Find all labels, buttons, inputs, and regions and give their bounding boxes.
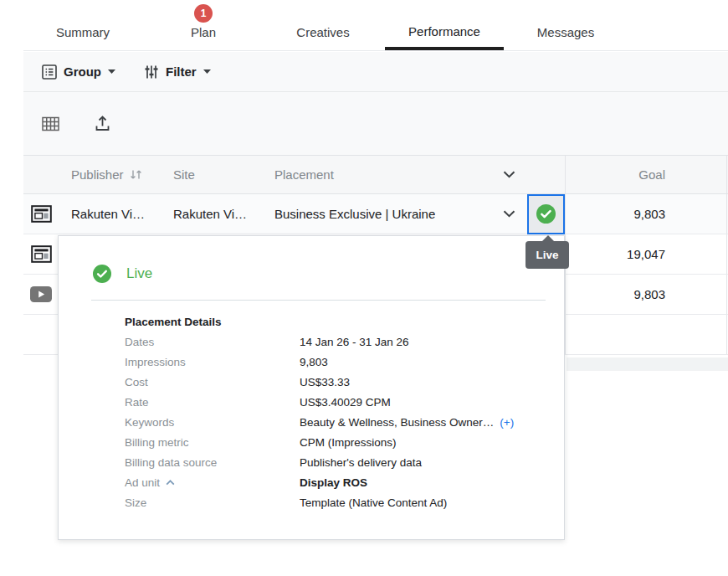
table-footer-strip <box>567 357 728 371</box>
detail-label: Billing metric <box>125 436 300 449</box>
tab-creatives[interactable]: Creatives <box>276 0 370 50</box>
placement-value: Business Exclusive | Ukraine <box>274 207 435 221</box>
detail-row-ad-unit: Ad unit Display ROS <box>59 472 564 492</box>
detail-value: US$3.40029 CPM <box>300 396 391 409</box>
detail-row-size: Size Template (Native Content Ad) <box>59 492 564 512</box>
detail-row-keywords: Keywords Beauty & Wellness, Business Own… <box>59 412 564 432</box>
tab-summary[interactable]: Summary <box>42 0 124 50</box>
detail-label: Billing data source <box>125 456 300 469</box>
tab-bar: Summary Plan 1 Creatives Performance Mes… <box>0 0 728 52</box>
publisher-cell: Rakuten Vi… <box>59 194 163 234</box>
goal-cell: 9,803 <box>565 194 726 234</box>
status-cell <box>527 194 565 234</box>
status-focused-cell[interactable] <box>527 194 565 234</box>
detail-label: Rate <box>125 396 300 409</box>
detail-row-dates: Dates 14 Jan 26 - 31 Jan 26 <box>59 332 564 352</box>
popover-section-title: Placement Details <box>125 316 222 328</box>
header-publisher[interactable]: Publisher <box>59 156 163 193</box>
detail-row-rate: Rate US$3.40029 CPM <box>59 392 564 412</box>
placement-details-list: Dates 14 Jan 26 - 31 Jan 26 Impressions … <box>59 332 564 512</box>
detail-value: 9,803 <box>300 356 328 368</box>
export-icon <box>95 115 110 132</box>
group-filter-toolbar: Group Filter <box>23 52 728 92</box>
placement-row-chevron-down-icon[interactable] <box>503 210 515 218</box>
live-status-tooltip: Live <box>525 241 569 269</box>
row-type-cell <box>23 315 59 354</box>
tooltip-arrow <box>541 235 555 242</box>
detail-value: Template (Native Content Ad) <box>300 496 447 509</box>
tooltip-label: Live <box>536 249 558 261</box>
goal-cell <box>565 315 726 354</box>
table-header-row: Publisher Site Placement Goal <box>23 155 728 194</box>
detail-value: US$33.33 <box>300 376 350 388</box>
sort-icon[interactable] <box>129 169 143 180</box>
placement-column-chevron-down-icon[interactable] <box>503 171 515 178</box>
row-type-cell <box>23 194 59 234</box>
tab-performance-label: Performance <box>408 24 480 39</box>
grid-icon <box>42 116 59 132</box>
detail-value: 14 Jan 26 - 31 Jan 26 <box>300 336 409 348</box>
ad-unit-collapse-toggle[interactable]: Ad unit <box>125 476 300 489</box>
placement-column-label: Placement <box>274 167 334 182</box>
group-button[interactable]: Group <box>42 64 115 80</box>
chevron-up-icon <box>166 480 175 486</box>
detail-value: CPM (Impressions) <box>300 436 397 449</box>
detail-row-cost: Cost US$33.33 <box>59 372 564 392</box>
goal-value: 19,047 <box>627 247 665 261</box>
publisher-column-label: Publisher <box>71 167 124 182</box>
popover-status-label: Live <box>126 265 152 282</box>
site-cell: Rakuten Vi… <box>163 194 264 234</box>
export-button[interactable] <box>88 110 116 138</box>
tab-messages[interactable]: Messages <box>515 0 617 50</box>
goal-cell: 9,803 <box>565 275 726 314</box>
group-button-label: Group <box>64 64 101 79</box>
filter-sliders-icon <box>144 64 159 80</box>
placement-cell: Business Exclusive | Ukraine <box>264 194 527 234</box>
goal-column-label: Goal <box>638 167 665 182</box>
keywords-expand-link[interactable]: (+) <box>500 416 514 429</box>
display-ad-icon <box>31 245 52 263</box>
table-view-button[interactable] <box>36 110 64 138</box>
tab-bar-divider <box>23 50 728 51</box>
live-check-circle-icon <box>93 265 111 283</box>
header-status-cell <box>527 156 565 193</box>
site-value: Rakuten Vi… <box>173 207 247 221</box>
table-row[interactable]: Rakuten Vi… Rakuten Vi… Business Exclusi… <box>23 194 728 234</box>
detail-label: Impressions <box>125 356 300 368</box>
header-icon-cell <box>23 156 59 193</box>
tab-creatives-label: Creatives <box>296 25 349 39</box>
detail-row-impressions: Impressions 9,803 <box>59 352 564 372</box>
detail-value: Display ROS <box>300 476 367 489</box>
detail-label: Keywords <box>125 416 300 429</box>
tab-performance[interactable]: Performance <box>385 0 504 50</box>
site-column-label: Site <box>173 167 195 182</box>
goal-value: 9,803 <box>633 287 665 301</box>
goal-value: 9,803 <box>633 207 665 221</box>
detail-label: Dates <box>125 336 300 348</box>
display-ad-icon <box>31 205 52 223</box>
tab-plan-label: Plan <box>191 25 216 39</box>
publisher-value: Rakuten Vi… <box>71 207 145 221</box>
detail-row-billing-metric: Billing metric CPM (Impressions) <box>59 432 564 452</box>
filter-caret-down-icon <box>203 69 211 74</box>
detail-value: Beauty & Wellness, Business Owner… <box>300 416 494 429</box>
detail-value: Publisher's delivery data <box>300 456 422 469</box>
header-goal[interactable]: Goal <box>565 156 726 193</box>
detail-row-billing-data-source: Billing data source Publisher's delivery… <box>59 452 564 472</box>
header-placement[interactable]: Placement <box>264 156 527 193</box>
video-ad-icon <box>30 286 52 302</box>
detail-label: Cost <box>125 376 300 388</box>
live-check-circle-icon <box>536 204 556 224</box>
detail-label: Size <box>125 496 300 509</box>
header-site[interactable]: Site <box>163 156 264 193</box>
goal-cell: 19,047 <box>565 234 726 274</box>
filter-button-label: Filter <box>166 64 197 79</box>
group-caret-down-icon <box>108 69 115 74</box>
group-icon <box>42 64 57 80</box>
popover-divider <box>91 300 546 301</box>
filter-button[interactable]: Filter <box>144 64 211 80</box>
popover-status-row: Live <box>93 265 152 283</box>
plan-notification-badge: 1 <box>194 4 213 23</box>
tab-summary-label: Summary <box>56 25 110 39</box>
table-actions-toolbar <box>23 92 728 155</box>
